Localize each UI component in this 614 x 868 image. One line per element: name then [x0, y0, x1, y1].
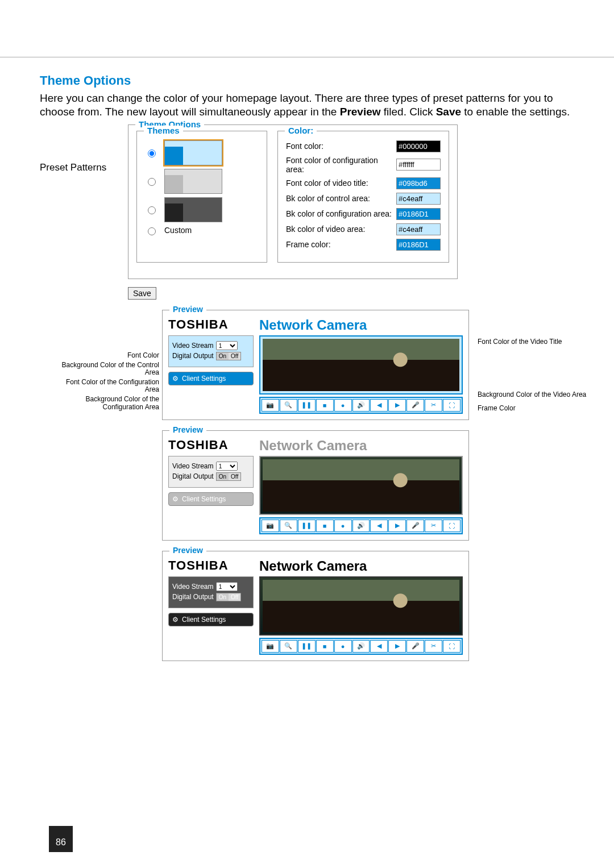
video-stream-select-2[interactable]: 1 [216, 462, 238, 471]
brand-1: TOSHIBA [168, 317, 254, 332]
frame-input[interactable] [396, 239, 441, 251]
gear-icon: ⚙ [172, 495, 179, 503]
tb-btn[interactable]: ✂ [425, 640, 442, 653]
tb-btn[interactable]: ❚❚ [298, 520, 316, 532]
tb-btn[interactable]: 📷 [262, 640, 279, 653]
video-toolbar-1: 📷 🔍 ❚❚ ■ ● 🔊 ◀ ▶ 🎤 ✂ ⛶ [259, 397, 463, 414]
save-button[interactable]: Save [128, 287, 156, 300]
tb-btn[interactable]: ▶ [388, 640, 406, 653]
callout-font-cfg: Font Color of the Configuration Area [60, 379, 159, 393]
client-settings-btn-3[interactable]: ⚙Client Settings [168, 613, 254, 626]
tb-btn[interactable]: ❚❚ [298, 640, 316, 653]
intro-text-2: filed. Click [381, 106, 436, 118]
digital-output-toggle-2[interactable]: OnOff [216, 472, 242, 481]
font-cfg-input[interactable] [396, 159, 441, 171]
tb-btn[interactable]: ⛶ [443, 399, 460, 412]
video-area-2 [259, 456, 463, 515]
tb-btn[interactable]: ■ [316, 640, 334, 653]
video-toolbar-3: 📷 🔍 ❚❚ ■ ● 🔊 ◀ ▶ 🎤 ✂ ⛶ [259, 638, 463, 655]
tb-btn[interactable]: ❚❚ [298, 399, 316, 412]
font-video-input[interactable] [396, 177, 441, 189]
tb-btn[interactable]: 🔍 [280, 640, 297, 653]
tb-btn[interactable]: 🔍 [280, 399, 297, 412]
tb-btn[interactable]: ◀ [370, 640, 388, 653]
theme-radio-2[interactable] [148, 178, 156, 186]
theme-swatch-2[interactable] [164, 169, 222, 194]
tb-btn[interactable]: 🔊 [352, 399, 370, 412]
video-stream-label-2: Video Stream [172, 462, 214, 470]
page-header-bar [0, 0, 614, 57]
client-settings-btn-1[interactable]: ⚙Client Settings [168, 372, 254, 385]
client-settings-btn-2[interactable]: ⚙Client Settings [168, 492, 254, 506]
theme-radio-1[interactable] [148, 149, 156, 157]
tb-btn[interactable]: ✂ [425, 399, 442, 412]
tb-btn[interactable]: ✂ [425, 520, 442, 532]
video-stream-label-1: Video Stream [172, 342, 214, 350]
digital-output-label-1: Digital Output [172, 352, 214, 360]
theme-radio-3[interactable] [148, 206, 156, 214]
digital-output-label-2: Digital Output [172, 472, 214, 480]
tb-btn[interactable]: 📷 [262, 399, 279, 412]
tb-btn[interactable]: ▶ [388, 520, 406, 532]
tb-btn[interactable]: 🎤 [406, 399, 424, 412]
font-color-input[interactable] [396, 140, 441, 152]
tb-btn[interactable]: 🎤 [406, 520, 424, 532]
tb-btn[interactable]: ● [334, 520, 352, 532]
callout-font-video-title: Font Color of the Video Title [478, 338, 600, 346]
section-title: Theme Options [40, 73, 574, 88]
client-settings-label-1: Client Settings [182, 375, 226, 383]
tb-btn[interactable]: 🔊 [352, 520, 370, 532]
tb-btn[interactable]: ◀ [370, 520, 388, 532]
video-area-1 [259, 335, 463, 394]
preview-panel-1: Preview TOSHIBA Video Stream1 Digital Ou… [162, 310, 469, 420]
preview-legend-2: Preview [169, 425, 206, 434]
digital-output-toggle-1[interactable]: OnOff [216, 352, 242, 360]
client-settings-label-2: Client Settings [182, 495, 226, 503]
tb-btn[interactable]: ⛶ [443, 640, 460, 653]
video-stream-select-1[interactable]: 1 [216, 341, 238, 350]
frame-label: Frame color: [286, 240, 396, 249]
font-cfg-label: Font color of configuration area: [286, 156, 396, 174]
gear-icon: ⚙ [172, 616, 179, 624]
theme-swatch-3[interactable] [164, 197, 222, 222]
tb-btn[interactable]: ◀ [370, 399, 388, 412]
tb-btn[interactable]: ▶ [388, 399, 406, 412]
theme-options-group: Theme Options Themes [128, 124, 458, 279]
theme-swatch-1[interactable] [164, 140, 222, 165]
camera-title-2: Network Camera [259, 438, 463, 454]
camera-title-3: Network Camera [259, 558, 463, 574]
color-group: Color: Font color: Font color of configu… [277, 131, 449, 263]
tb-btn[interactable]: ⛶ [443, 520, 460, 532]
tb-btn[interactable]: 🔊 [352, 640, 370, 653]
callouts-left: Font Color Background Color of the Contr… [60, 350, 159, 413]
callouts-right: Font Color of the Video Title Background… [478, 333, 600, 418]
intro-text-3: to enable the settings. [461, 106, 570, 118]
preview-panel-3: Preview TOSHIBA Video Stream1 Digital Ou… [162, 551, 469, 661]
bk-video-input[interactable] [396, 223, 441, 235]
bk-cfg-input[interactable] [396, 208, 441, 220]
tb-btn[interactable]: ● [334, 399, 352, 412]
digital-output-toggle-3[interactable]: OnOff [216, 593, 242, 601]
video-stream-label-3: Video Stream [172, 583, 214, 591]
bk-control-label: Bk color of control area: [286, 194, 396, 203]
control-area-3: Video Stream1 Digital OutputOnOff [168, 576, 254, 608]
callout-frame-color: Frame Color [478, 405, 600, 413]
color-legend: Color: [285, 126, 317, 135]
intro-paragraph: Here you can change the color of your ho… [40, 92, 574, 119]
tb-btn[interactable]: ■ [316, 520, 334, 532]
client-settings-label-3: Client Settings [182, 616, 226, 624]
font-video-label: Font color of video title: [286, 178, 396, 188]
callout-bg-video: Background Color of the Video Area [478, 391, 600, 399]
tb-btn[interactable]: ■ [316, 399, 334, 412]
tb-btn[interactable]: 🎤 [406, 640, 424, 653]
tb-btn[interactable]: ● [334, 640, 352, 653]
digital-output-label-3: Digital Output [172, 593, 214, 601]
video-stream-select-3[interactable]: 1 [216, 582, 238, 591]
brand-2: TOSHIBA [168, 438, 254, 452]
tb-btn[interactable]: 🔍 [280, 520, 297, 532]
tb-btn[interactable]: 📷 [262, 520, 279, 532]
bk-control-input[interactable] [396, 193, 441, 205]
bk-video-label: Bk color of video area: [286, 225, 396, 234]
theme-radio-custom[interactable] [148, 227, 156, 235]
themes-legend: Themes [144, 126, 183, 135]
